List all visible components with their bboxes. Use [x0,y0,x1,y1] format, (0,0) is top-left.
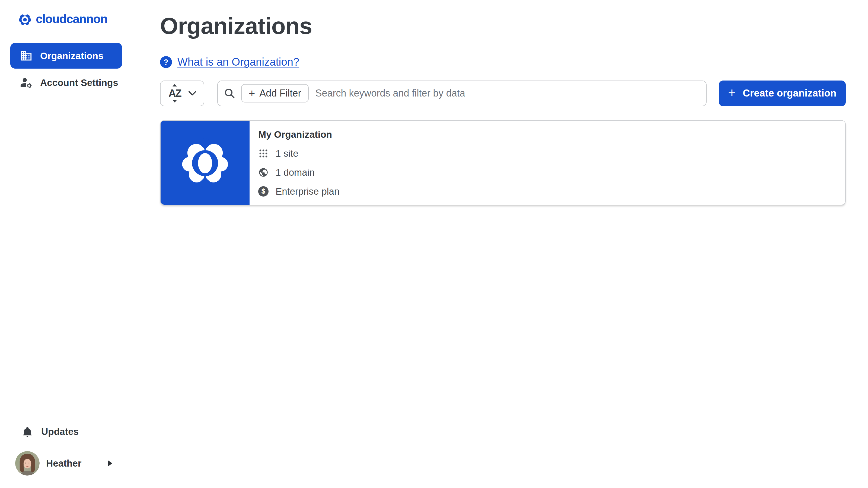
brand-name: cloudcannon [36,13,107,27]
page-title: Organizations [160,13,846,39]
search-icon [223,87,236,99]
updates-label: Updates [41,426,79,437]
add-filter-button[interactable]: + Add Filter [241,84,309,102]
sites-row: 1 site [258,144,339,163]
search-input[interactable] [315,88,699,99]
plus-icon: + [249,88,255,99]
person-gear-icon [20,76,33,89]
sidebar: cloudcannon Organizations Account S [0,0,132,488]
sidebar-item-account-settings[interactable]: Account Settings [10,73,122,93]
organization-logo-tile [161,121,250,205]
sidebar-item-label: Account Settings [40,77,118,88]
cloudcannon-logo-icon [18,12,32,27]
organization-details: My Organization 1 site [250,121,339,205]
question-icon: ? [160,56,172,68]
grid-sites-icon [258,148,269,159]
bell-icon [22,426,33,437]
plan-name: Enterprise plan [276,186,339,197]
avatar [15,451,40,476]
domains-row: 1 domain [258,163,339,182]
main-content: Organizations ? What is an Organization?… [132,0,868,488]
help-row: ? What is an Organization? [160,56,846,69]
organization-card[interactable]: My Organization 1 site [160,120,846,205]
updates-button[interactable]: Updates [22,425,122,438]
chevron-right-icon [108,460,112,466]
what-is-organization-link[interactable]: What is an Organization? [177,56,299,68]
sort-az-icon: AZ [168,85,182,102]
user-menu[interactable]: Heather [15,451,122,476]
sort-asc-arrow-icon [173,84,177,87]
globe-icon [258,167,269,177]
organization-name: My Organization [258,129,339,140]
building-icon [20,50,33,62]
sidebar-nav: Organizations Account Settings [10,43,122,93]
domains-count: 1 domain [276,167,315,178]
create-organization-label: Create organization [743,88,836,99]
sidebar-footer: Updates [0,425,132,488]
toolbar: AZ + Add Filter + [160,80,846,106]
sidebar-item-organizations[interactable]: Organizations [10,43,122,69]
dollar-icon: $ [258,186,269,197]
create-organization-button[interactable]: + Create organization [719,80,846,106]
sidebar-item-label: Organizations [40,51,103,61]
plus-icon: + [728,86,736,99]
sort-desc-arrow-icon [173,100,177,102]
user-name: Heather [46,458,82,469]
app-window: cloudcannon Organizations Account S [0,0,868,488]
chevron-down-icon [188,91,196,96]
brand-logo[interactable]: cloudcannon [0,0,132,27]
add-filter-label: Add Filter [259,88,301,99]
cloudcannon-mark-icon [179,137,231,189]
sites-count: 1 site [276,148,299,159]
sort-dropdown[interactable]: AZ [160,80,204,106]
plan-row: $ Enterprise plan [258,182,339,201]
search-bar: + Add Filter [217,80,707,106]
